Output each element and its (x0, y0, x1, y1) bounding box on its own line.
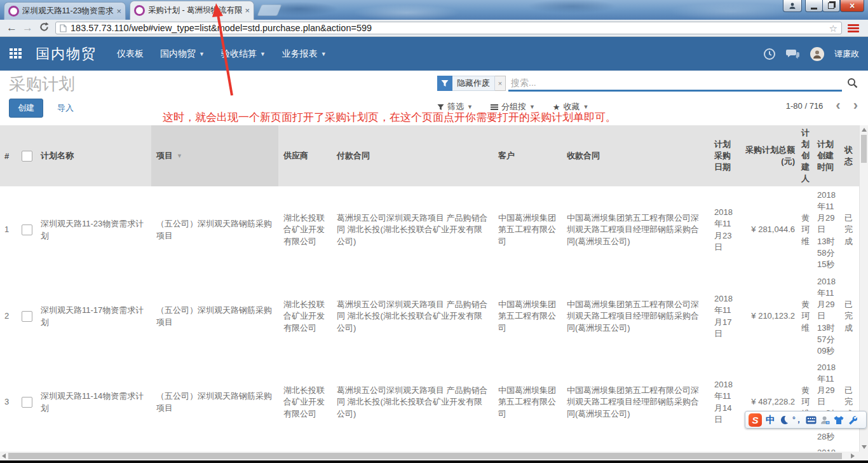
header-select-all[interactable] (18, 125, 36, 186)
checkbox[interactable] (22, 311, 32, 322)
cell-amount: ¥ 281,044.6 (738, 186, 798, 273)
horizontal-scrollbar[interactable] (0, 452, 859, 460)
header-plan-name[interactable]: 计划名称 (36, 125, 151, 186)
horizontal-scroll-thumb[interactable] (8, 453, 842, 459)
control-panel: 采购计划 隐藏作废 × 创建 导入 筛选▼ (0, 71, 868, 125)
header-payment-contract[interactable]: 付款合同 (332, 125, 493, 186)
header-status[interactable]: 状 态 (841, 125, 858, 186)
ime-language-toggle[interactable]: 中 (766, 414, 775, 426)
skin-tshirt-icon[interactable] (834, 415, 844, 425)
user-avatar[interactable] (810, 47, 824, 61)
header-plan-date[interactable]: 计划 采购 日期 (712, 125, 738, 186)
header-creator[interactable]: 计 划 创 建 人 (798, 125, 815, 186)
minimize-button[interactable] (805, 0, 823, 12)
browser-profile-button[interactable] (783, 0, 802, 12)
menu-domestic-trade[interactable]: 国内物贸▼ (160, 48, 205, 60)
cell-index: 3 (0, 359, 18, 445)
cell-status: 已 完 成 (841, 359, 858, 445)
main-menu: 仪表板 国内物贸▼ 验收结算▼ 业务报表▼ (117, 48, 327, 60)
tab-title: 采购计划 - 葛洲坝物流有限 (148, 5, 242, 16)
cell-receipt-contract: 中国葛洲坝集团第五工程有限公司深圳观天路工程项目经理部钢筋采购合同(葛洲坝五公司… (562, 186, 712, 273)
cell-plan-name: 深圳观天路11-23物资需求计划 (36, 186, 151, 273)
checkbox[interactable] (22, 151, 32, 162)
address-bar[interactable]: 183.57.73.110/web#view_type=list&model=s… (55, 22, 842, 34)
cell-supplier: 湖北长投联合矿业开发有限公司 (278, 186, 332, 273)
header-customer[interactable]: 客户 (493, 125, 562, 186)
ime-punctuation-toggle[interactable]: °， (792, 415, 802, 425)
menu-business-reports[interactable]: 业务报表▼ (282, 48, 327, 60)
ime-toolbar: S 中 °， B (745, 411, 867, 429)
apps-grid-icon[interactable] (9, 46, 23, 62)
checkbox[interactable] (22, 225, 32, 235)
close-icon: × (850, 1, 855, 10)
import-link[interactable]: 导入 (57, 102, 74, 114)
scroll-right-icon[interactable] (851, 453, 855, 459)
bookmark-star-icon[interactable]: ☆ (829, 24, 837, 33)
tab-close-icon[interactable]: × (245, 6, 250, 15)
pager-next-button[interactable]: › (853, 100, 858, 111)
cell-creator: 黄 珂 维 (798, 359, 815, 445)
scroll-up-icon[interactable] (862, 128, 867, 132)
activity-clock-icon[interactable] (763, 48, 776, 60)
tab-close-icon[interactable]: × (116, 7, 121, 15)
table-row[interactable]: 1 深圳观天路11-23物资需求计划 （五公司）深圳观天路钢筋采购项目 湖北长投… (0, 186, 859, 274)
create-button[interactable]: 创建 (9, 99, 43, 118)
maximize-button[interactable] (822, 0, 840, 12)
cell-customer: 中国葛洲坝集团第五工程有限公司 (493, 186, 562, 273)
vertical-scrollbar[interactable] (859, 125, 868, 452)
header-receipt-contract[interactable]: 收款合同 (562, 125, 712, 186)
search-icon[interactable] (847, 78, 858, 91)
browser-tab-1[interactable]: 深圳观天路11-23物资需求 × (4, 2, 126, 20)
vertical-scroll-thumb[interactable] (861, 135, 867, 163)
close-window-button[interactable]: × (840, 0, 864, 12)
menu-dashboard[interactable]: 仪表板 (117, 48, 144, 60)
back-button[interactable]: ← (6, 22, 17, 34)
scroll-down-icon[interactable] (862, 445, 867, 449)
sort-caret-icon: ▼ (177, 153, 182, 159)
search-input[interactable] (508, 76, 842, 92)
cell-project: （五公司）深圳观天路钢筋采购项目 (151, 273, 278, 359)
table-row[interactable]: 2 深圳观天路11-17物资需求计划 （五公司）深圳观天路钢筋采购项目 湖北长投… (0, 273, 859, 360)
keyboard-icon[interactable] (806, 416, 817, 424)
cell-plan-name: 深圳观天路11-14物资需求计划 (36, 359, 151, 445)
search-facet-hide-voided[interactable]: 隐藏作废 × (437, 76, 506, 91)
header-project-sorted[interactable]: 项目▼ (151, 125, 278, 186)
browser-titlebar: 深圳观天路11-23物资需求 × 采购计划 - 葛洲坝物流有限 × × (0, 0, 868, 20)
browser-menu-button[interactable] (848, 24, 859, 32)
messages-icon[interactable] (786, 48, 800, 60)
header-total-amount[interactable]: 采购计划总额 (元) (738, 125, 798, 186)
header-supplier[interactable]: 供应商 (278, 125, 332, 186)
pager-prev-button[interactable]: ‹ (836, 100, 840, 111)
user-name[interactable]: 谭廉政 (834, 48, 859, 60)
table-row[interactable]: 3 深圳观天路11-14物资需求计划 （五公司）深圳观天路钢筋采购项目 湖北长投… (0, 359, 859, 446)
fullhalf-moon-icon[interactable] (779, 415, 789, 425)
cell-plan-date: 2018 年11 月17 日 (712, 273, 738, 359)
page-icon (60, 24, 67, 32)
facet-remove-button[interactable]: × (495, 76, 506, 91)
browser-tab-2-active[interactable]: 采购计划 - 葛洲坝物流有限 × (130, 1, 254, 20)
chevron-down-icon: ▼ (321, 51, 327, 57)
cell-payment-contract: 葛洲坝五公司深圳观天路项目 产品购销合同 湖北长投(湖北长投联合矿业开发有限公司… (332, 186, 493, 273)
settings-wrench-icon[interactable] (848, 415, 857, 425)
cell-plan-name: 深圳观天路11-17物资需求计划 (36, 273, 151, 359)
app-navbar: 国内物贸 仪表板 国内物贸▼ 验收结算▼ 业务报表▼ 谭廉政 (0, 37, 868, 71)
reload-button[interactable] (39, 22, 49, 34)
checkbox[interactable] (22, 397, 32, 408)
forward-button[interactable]: → (22, 22, 33, 34)
app-brand[interactable]: 国内物贸 (36, 45, 97, 64)
header-index[interactable]: # (0, 125, 18, 186)
new-tab-button[interactable] (257, 4, 281, 16)
header-create-time[interactable]: 计划 创建 时间 (815, 125, 841, 186)
sogou-logo-icon[interactable]: S (749, 413, 762, 427)
restore-icon (828, 3, 834, 9)
ime-account-icon[interactable]: B (820, 415, 830, 425)
scroll-left-icon[interactable] (2, 453, 6, 459)
cell-amount: ¥ 487,228.2 (738, 359, 798, 445)
browser-toolbar: ← → 183.57.73.110/web#view_type=list&mod… (0, 20, 868, 37)
filter-funnel-icon (437, 76, 452, 91)
cell-plan-date: 2018 年11 月14 日 (712, 359, 738, 445)
page-title: 采购计划 (9, 73, 75, 95)
menu-acceptance-settlement[interactable]: 验收结算▼ (221, 48, 266, 60)
screen: 深圳观天路11-23物资需求 × 采购计划 - 葛洲坝物流有限 × × ← → … (0, 0, 868, 463)
table-header: # 计划名称 项目▼ 供应商 付款合同 客户 收款合同 计划 采购 日期 采购计… (0, 125, 859, 186)
